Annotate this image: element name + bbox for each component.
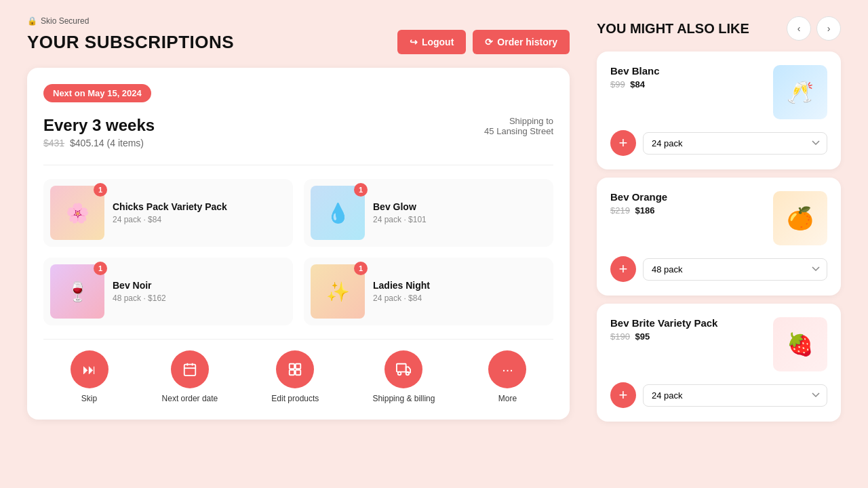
skip-button[interactable]: ⏭ Skip [71, 350, 108, 403]
plus-icon: + [619, 134, 628, 152]
section-title: You Might Also Like [597, 21, 749, 37]
rec-product-actions: + 24 pack 48 pack [610, 382, 827, 408]
edit-icon [276, 350, 314, 388]
subscription-card: Next on May 15, 2024 Every 3 weeks $431 … [27, 68, 570, 420]
svg-rect-6 [290, 370, 294, 375]
prev-arrow-button[interactable]: ‹ [787, 16, 811, 41]
product-details: 24 pack · $84 [373, 293, 430, 303]
recommended-product-card: Bev Orange $219 $186 🍊 + 24 pack 48 pack [597, 178, 841, 296]
product-badge: 1 [94, 183, 107, 197]
truck-icon [384, 350, 422, 388]
add-to-sub-button[interactable]: + [610, 130, 636, 156]
more-button[interactable]: ··· More [488, 350, 526, 403]
product-details: 24 pack · $101 [373, 215, 427, 224]
chevron-left-icon: ‹ [797, 23, 801, 34]
product-name: Bev Glow [373, 201, 427, 212]
pack-select[interactable]: 24 pack 48 pack [643, 258, 827, 281]
secure-badge: 🔒 Skio Secured [27, 16, 570, 26]
product-details: 48 pack · $162 [113, 293, 166, 303]
svg-rect-4 [290, 364, 294, 369]
product-item: 1 🍷 Bev Noir 48 pack · $162 [43, 258, 293, 325]
shipping-info: Shipping to 45 Lansing Street [484, 116, 553, 136]
skip-icon: ⏭ [71, 350, 108, 388]
product-name: Chicks Pack Variety Pack [113, 201, 227, 212]
rec-product-image: 🍊 [773, 191, 827, 245]
rec-product-name: Bev Orange [610, 191, 667, 203]
rec-product-image: 🥂 [773, 65, 827, 119]
actions-row: ⏭ Skip Next order date [43, 339, 553, 403]
next-arrow-button[interactable]: › [816, 16, 841, 41]
product-item: 1 🌸 Chicks Pack Variety Pack 24 pack · $… [43, 179, 293, 247]
svg-rect-5 [296, 364, 300, 369]
rec-product-name: Bev Brite Variety Pack [610, 317, 717, 329]
order-history-button[interactable]: ⟳ Order history [473, 30, 570, 54]
subscription-price: $431 $405.14 (4 items) [43, 138, 155, 148]
nav-arrows: ‹ › [787, 16, 841, 41]
history-icon: ⟳ [485, 37, 493, 47]
logout-icon: ↪ [410, 37, 418, 47]
add-to-sub-button[interactable]: + [610, 382, 636, 408]
product-name: Ladies Night [373, 280, 430, 291]
rec-product-image: 🍓 [773, 317, 827, 371]
logout-button[interactable]: ↪ Logout [397, 30, 466, 54]
page-title: Your Subscriptions [27, 32, 234, 53]
product-item: 1 ✨ Ladies Night 24 pack · $84 [304, 258, 553, 325]
product-name: Bev Noir [113, 280, 166, 291]
svg-point-10 [406, 372, 410, 375]
right-col: You Might Also Like ‹ › Bev Blanc $99 $8… [597, 16, 841, 430]
product-badge: 1 [354, 183, 368, 197]
subscription-frequency: Every 3 weeks [43, 116, 155, 135]
rec-product-name: Bev Blanc [610, 65, 660, 77]
plus-icon: + [619, 386, 628, 404]
add-to-sub-button[interactable]: + [610, 256, 636, 282]
svg-rect-8 [397, 364, 406, 372]
svg-point-9 [398, 372, 401, 375]
plus-icon: + [619, 260, 628, 278]
svg-rect-7 [296, 370, 300, 375]
rec-product-actions: + 24 pack 48 pack [610, 130, 827, 156]
more-icon: ··· [488, 350, 526, 388]
header-buttons: ↪ Logout ⟳ Order history [397, 30, 570, 54]
lock-icon: 🔒 [27, 16, 37, 26]
product-details: 24 pack · $84 [113, 215, 227, 224]
shipping-billing-button[interactable]: Shipping & billing [372, 350, 435, 403]
products-grid: 1 🌸 Chicks Pack Variety Pack 24 pack · $… [43, 179, 553, 325]
edit-products-button[interactable]: Edit products [271, 350, 319, 403]
svg-rect-0 [184, 365, 196, 376]
pack-select[interactable]: 24 pack 48 pack [643, 384, 827, 407]
right-header: You Might Also Like ‹ › [597, 16, 841, 41]
product-badge: 1 [354, 262, 368, 275]
next-order-date-button[interactable]: Next order date [162, 350, 218, 403]
rec-product-actions: + 24 pack 48 pack [610, 256, 827, 282]
calendar-icon [171, 350, 209, 388]
next-date-badge: Next on May 15, 2024 [43, 84, 151, 102]
rec-product-price: $219 $186 [610, 205, 667, 216]
recommended-product-card: Bev Blanc $99 $84 🥂 + 24 pack 48 pack [597, 52, 841, 169]
pack-select[interactable]: 24 pack 48 pack [643, 132, 827, 155]
subscription-meta: Every 3 weeks $431 $405.14 (4 items) Shi… [43, 116, 553, 148]
rec-product-price: $190 $95 [610, 331, 717, 342]
product-item: 1 💧 Bev Glow 24 pack · $101 [304, 179, 553, 247]
rec-product-price: $99 $84 [610, 79, 660, 89]
product-badge: 1 [94, 262, 107, 275]
chevron-right-icon: › [827, 23, 831, 34]
recommended-product-card: Bev Brite Variety Pack $190 $95 🍓 + 24 p… [597, 304, 841, 422]
